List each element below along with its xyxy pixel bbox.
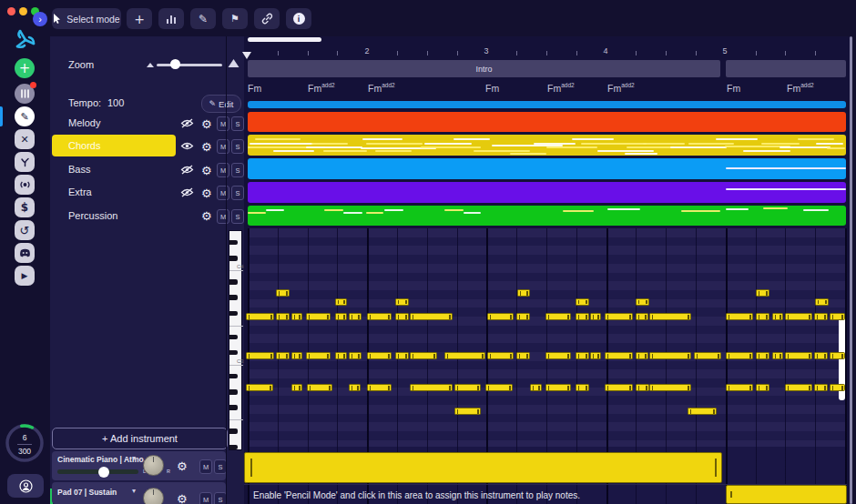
note[interactable] (276, 313, 290, 320)
mute-button[interactable]: M (217, 139, 229, 154)
note-handle[interactable] (299, 386, 301, 390)
note-handle[interactable] (597, 354, 599, 358)
note[interactable] (688, 408, 717, 415)
note-handle[interactable] (775, 354, 777, 358)
note[interactable] (815, 298, 829, 306)
note[interactable] (517, 289, 530, 297)
note[interactable] (636, 298, 649, 306)
note[interactable] (454, 384, 481, 391)
instrument-clip[interactable] (726, 485, 847, 504)
note-handle[interactable] (352, 354, 353, 358)
rail-mixer-button[interactable] (15, 84, 35, 104)
note-handle[interactable] (638, 386, 640, 390)
note-handle[interactable] (578, 354, 580, 358)
note-handle[interactable] (413, 315, 414, 319)
note-handle[interactable] (309, 315, 311, 319)
track-name-melody[interactable]: Melody (68, 117, 100, 128)
note[interactable] (307, 384, 332, 391)
note-handle[interactable] (567, 315, 569, 319)
note-handle[interactable] (766, 386, 768, 390)
note[interactable] (410, 352, 437, 359)
note[interactable] (410, 384, 453, 391)
note[interactable] (410, 313, 453, 320)
zoom-slider-track[interactable] (157, 64, 222, 66)
track-settings-gear-icon[interactable]: ⚙ (201, 209, 212, 223)
lane-chords[interactable] (248, 135, 846, 156)
add-instrument-button[interactable]: + Add instrument (52, 428, 228, 449)
note[interactable] (756, 352, 769, 359)
note-handle[interactable] (548, 315, 550, 319)
track-mute-solo[interactable]: MS (217, 186, 244, 200)
note[interactable] (349, 313, 362, 320)
note[interactable] (335, 313, 347, 320)
eye-icon[interactable] (180, 141, 194, 151)
note-handle[interactable] (398, 300, 400, 305)
note-handle[interactable] (405, 315, 407, 319)
zoom-slider-knob[interactable] (170, 59, 180, 69)
note-handle[interactable] (713, 409, 715, 414)
note-handle[interactable] (652, 315, 654, 319)
note-handle[interactable] (817, 315, 819, 319)
note[interactable] (785, 384, 812, 391)
note[interactable] (605, 313, 633, 320)
note-handle[interactable] (343, 315, 345, 319)
note[interactable] (830, 313, 845, 320)
note-handle[interactable] (645, 354, 647, 358)
note-handle[interactable] (586, 300, 587, 305)
track-mute-solo[interactable]: MS (217, 209, 244, 224)
lane-bass[interactable] (248, 158, 846, 179)
note-handle[interactable] (490, 315, 492, 319)
note[interactable] (395, 352, 409, 359)
black-key[interactable] (229, 295, 238, 300)
note-handle[interactable] (688, 354, 689, 358)
black-key[interactable] (229, 240, 238, 246)
note-handle[interactable] (567, 354, 569, 358)
black-key[interactable] (229, 389, 238, 395)
mute-button[interactable]: M (217, 116, 229, 131)
note-handle[interactable] (729, 315, 730, 319)
note[interactable] (636, 384, 649, 391)
note-handle[interactable] (413, 354, 414, 358)
note[interactable] (576, 384, 589, 391)
instrument-row[interactable]: Cinematic Piano | Atmo... ▾ L R ⚙ MS (52, 451, 226, 480)
track-name-percussion[interactable]: Percussion (68, 210, 117, 221)
note-handle[interactable] (488, 386, 490, 390)
note[interactable] (545, 384, 571, 391)
note[interactable] (487, 313, 514, 320)
chevron-down-icon[interactable]: ▾ (132, 454, 136, 462)
note-handle[interactable] (526, 291, 528, 296)
track-name-chords[interactable]: Chords (68, 140, 100, 151)
note-handle[interactable] (780, 354, 781, 358)
note-handle[interactable] (749, 386, 751, 390)
lane-extra[interactable] (248, 182, 846, 203)
lane-melody-strip[interactable] (248, 101, 846, 108)
note[interactable] (516, 313, 530, 320)
note-handle[interactable] (413, 386, 414, 390)
note-handle[interactable] (310, 386, 311, 390)
playhead-marker[interactable] (242, 52, 251, 59)
note-handle[interactable] (338, 315, 340, 319)
note-handle[interactable] (388, 386, 390, 390)
note[interactable] (306, 352, 331, 359)
note-handle[interactable] (832, 315, 834, 319)
note[interactable] (487, 352, 514, 359)
note-handle[interactable] (279, 354, 280, 358)
note[interactable] (545, 352, 571, 359)
note-handle[interactable] (457, 386, 459, 390)
note-handle[interactable] (697, 354, 698, 358)
black-key[interactable] (229, 445, 238, 450)
note-handle[interactable] (327, 315, 329, 319)
pan-knob[interactable] (143, 488, 164, 504)
note-handle[interactable] (358, 315, 360, 319)
black-key[interactable] (229, 335, 238, 340)
black-key[interactable] (229, 405, 238, 410)
note-handle[interactable] (638, 300, 640, 305)
note[interactable] (291, 352, 302, 359)
note[interactable] (367, 352, 392, 359)
note-handle[interactable] (398, 354, 400, 358)
note-handle[interactable] (329, 386, 331, 390)
note-handle[interactable] (646, 386, 647, 390)
note-handle[interactable] (249, 315, 250, 319)
note[interactable] (545, 313, 571, 320)
clip-handle[interactable] (715, 459, 717, 477)
